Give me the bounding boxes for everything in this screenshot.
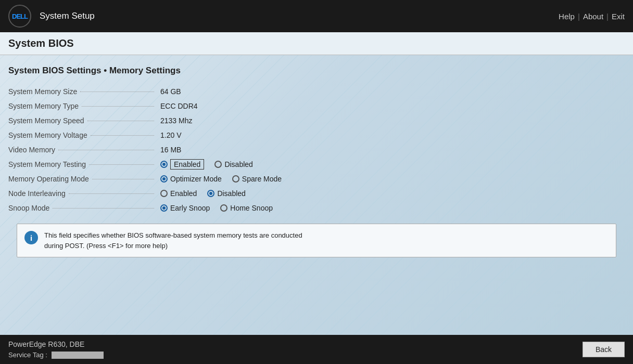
info-text: This field specifies whether BIOS softwa…: [44, 230, 302, 251]
header-nav: Help | About | Exit: [559, 12, 625, 21]
table-row: System Memory Voltage 1.20 V: [8, 128, 625, 142]
value-node-interleaving: Enabled Disabled: [154, 189, 246, 198]
radio-label-optimizer: Optimizer Mode: [170, 175, 222, 183]
footer-bar: PowerEdge R630, DBE Service Tag : Back: [0, 335, 633, 364]
radio-circle-node-disabled: [207, 190, 214, 197]
sep2: |: [606, 12, 609, 21]
radio-node-enabled[interactable]: Enabled: [160, 189, 197, 198]
header-bar: DELL System Setup Help | About | Exit: [0, 0, 633, 32]
table-row: System Memory Speed 2133 Mhz: [8, 113, 625, 128]
radio-node-disabled[interactable]: Disabled: [207, 189, 245, 198]
settings-table: System Memory Size 64 GB System Memory T…: [8, 84, 625, 215]
value-video-memory: 16 MB: [154, 146, 181, 154]
radio-circle-early-snoop: [160, 204, 168, 212]
service-tag-row: Service Tag :: [8, 350, 104, 360]
radio-label-disabled: Disabled: [224, 160, 252, 168]
value-system-memory-testing: Enabled Disabled: [154, 159, 253, 170]
sep1: |: [578, 12, 580, 21]
about-link[interactable]: About: [583, 12, 603, 21]
radio-label-enabled: Enabled: [170, 159, 204, 170]
radio-circle-spare: [232, 175, 239, 183]
radio-label-early-snoop: Early Snoop: [170, 204, 210, 212]
main-content: System BIOS System BIOS Settings • Memor…: [0, 32, 633, 335]
radio-circle-enabled: [160, 161, 168, 168]
radio-spare-mode[interactable]: Spare Mode: [232, 175, 282, 183]
radio-circle-node-enabled: [160, 190, 168, 197]
label-system-memory-voltage: System Memory Voltage: [8, 131, 154, 139]
system-bios-banner: System BIOS: [0, 32, 633, 55]
label-system-memory-speed: System Memory Speed: [8, 116, 154, 125]
table-row: Memory Operating Mode Optimizer Mode Spa…: [8, 172, 625, 186]
label-system-memory-size: System Memory Size: [8, 87, 154, 96]
radio-circle-optimizer: [160, 175, 168, 183]
label-video-memory: Video Memory: [8, 146, 154, 154]
section-title: System BIOS Settings • Memory Settings: [8, 66, 625, 76]
header-left: DELL System Setup: [8, 5, 95, 28]
table-row: System Memory Size 64 GB: [8, 84, 625, 99]
label-node-interleaving: Node Interleaving: [8, 189, 154, 198]
radio-circle-home-snoop: [220, 204, 227, 212]
radio-group-memory-testing: Enabled Disabled: [160, 159, 253, 170]
value-system-memory-speed: 2133 Mhz: [154, 116, 192, 125]
exit-link[interactable]: Exit: [612, 12, 625, 21]
value-system-memory-voltage: 1.20 V: [154, 131, 181, 139]
back-button[interactable]: Back: [583, 342, 625, 357]
radio-group-operating-mode: Optimizer Mode Spare Mode: [160, 175, 282, 183]
value-snoop-mode: Early Snoop Home Snoop: [154, 204, 273, 212]
value-memory-operating-mode: Optimizer Mode Spare Mode: [154, 175, 282, 183]
service-tag-value: [52, 352, 104, 359]
table-row: System Memory Testing Enabled Disabled: [8, 157, 625, 172]
table-row: System Memory Type ECC DDR4: [8, 99, 625, 113]
radio-label-spare: Spare Mode: [242, 175, 282, 183]
radio-label-node-disabled: Disabled: [217, 189, 245, 198]
label-memory-operating-mode: Memory Operating Mode: [8, 175, 154, 183]
radio-disabled[interactable]: Disabled: [214, 160, 252, 168]
radio-optimizer-mode[interactable]: Optimizer Mode: [160, 175, 222, 183]
service-tag-label: Service Tag :: [8, 351, 47, 359]
dell-logo: DELL: [8, 5, 31, 28]
radio-early-snoop[interactable]: Early Snoop: [160, 204, 210, 212]
radio-group-node-interleaving: Enabled Disabled: [160, 189, 246, 198]
radio-label-home-snoop: Home Snoop: [230, 204, 273, 212]
radio-circle-disabled: [214, 161, 222, 168]
radio-group-snoop-mode: Early Snoop Home Snoop: [160, 204, 273, 212]
value-system-memory-type: ECC DDR4: [154, 102, 198, 110]
header-title: System Setup: [40, 11, 95, 21]
table-row: Node Interleaving Enabled Disabled: [8, 186, 625, 201]
radio-label-node-enabled: Enabled: [170, 189, 197, 198]
label-system-memory-type: System Memory Type: [8, 102, 154, 110]
info-icon: i: [24, 231, 38, 244]
label-snoop-mode: Snoop Mode: [8, 204, 154, 212]
radio-home-snoop[interactable]: Home Snoop: [220, 204, 273, 212]
help-link[interactable]: Help: [559, 12, 575, 21]
table-row: Video Memory 16 MB: [8, 142, 625, 157]
label-system-memory-testing: System Memory Testing: [8, 160, 154, 168]
table-row: Snoop Mode Early Snoop Home Snoop: [8, 201, 625, 215]
info-bar: i This field specifies whether BIOS soft…: [17, 224, 616, 257]
radio-enabled[interactable]: Enabled: [160, 159, 204, 170]
footer-info: PowerEdge R630, DBE Service Tag :: [8, 339, 104, 360]
model-name: PowerEdge R630, DBE: [8, 339, 104, 350]
content-area: System BIOS Settings • Memory Settings S…: [0, 55, 633, 263]
value-system-memory-size: 64 GB: [154, 87, 181, 96]
